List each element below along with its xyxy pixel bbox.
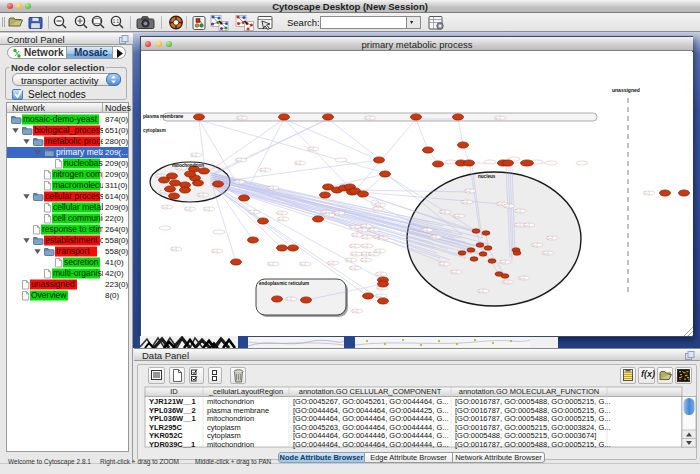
svg-text:[GO:0044464, GO:0044464, GO:00: [GO:0044464, GO:0044464, GO:0044444, G..… — [293, 440, 449, 449]
svg-text:8(0): 8(0) — [105, 291, 120, 300]
svg-text:[----]: [----] — [533, 243, 538, 247]
svg-text:[----]: [----] — [377, 294, 382, 298]
svg-text:[----]: [----] — [269, 186, 274, 190]
svg-text:[----]: [----] — [455, 214, 460, 218]
svg-text:[----]: [----] — [192, 153, 197, 157]
svg-text:[----]: [----] — [362, 252, 367, 256]
svg-text:[----]: [----] — [352, 252, 357, 256]
svg-text:[----]: [----] — [520, 276, 525, 280]
svg-text:209(...: 209(... — [105, 148, 128, 157]
svg-text:[----]: [----] — [496, 116, 501, 120]
svg-text:Overview: Overview — [31, 290, 67, 300]
svg-text:[----]: [----] — [645, 191, 650, 195]
svg-text:42(0): 42(0) — [105, 269, 124, 278]
svg-text:223(0): 223(0) — [105, 280, 128, 289]
svg-text:[GO:0016787, GO:0005488, GO:00: [GO:0016787, GO:0005488, GO:0005215, G..… — [455, 440, 611, 449]
svg-text:annotation.GO CELLULAR_COMPONE: annotation.GO CELLULAR_COMPONENT — [299, 387, 442, 396]
svg-text:[----]: [----] — [238, 116, 243, 120]
svg-text:1:1: 1:1 — [113, 19, 120, 24]
svg-text:874(0): 874(0) — [105, 115, 128, 124]
svg-text:[----]: [----] — [235, 180, 240, 184]
svg-text:[----]: [----] — [269, 262, 274, 266]
svg-text:[----]: [----] — [287, 297, 292, 301]
svg-text:[----]: [----] — [370, 252, 375, 256]
svg-text:plasma membrane: plasma membrane — [143, 114, 184, 119]
svg-text:response to stimul: response to stimul — [42, 224, 111, 234]
svg-text:[----]: [----] — [463, 200, 468, 204]
svg-text:[----]: [----] — [358, 228, 363, 232]
svg-text:311(0): 311(0) — [105, 181, 128, 190]
svg-text:[----]: [----] — [335, 211, 340, 215]
svg-text:cellular metabo: cellular metabo — [53, 202, 111, 212]
svg-text:secretion: secretion — [64, 257, 99, 267]
svg-text:[----]: [----] — [363, 244, 368, 248]
svg-text:[----]: [----] — [505, 204, 510, 208]
svg-text:[----]: [----] — [376, 249, 381, 253]
svg-text:mitochondrion: mitochondrion — [207, 440, 254, 449]
svg-text:[----]: [----] — [479, 289, 484, 293]
svg-text:ID: ID — [170, 387, 178, 396]
svg-text:[----]: [----] — [516, 209, 521, 213]
svg-text:[----]: [----] — [353, 309, 358, 313]
svg-text:[----]: [----] — [440, 262, 445, 266]
svg-text:[----]: [----] — [370, 228, 375, 232]
svg-text:_cellularLayoutRegion: _cellularLayoutRegion — [208, 387, 283, 396]
svg-text:[----]: [----] — [366, 116, 371, 120]
svg-text:[----]: [----] — [374, 207, 379, 211]
svg-text:[----]: [----] — [329, 261, 334, 265]
svg-text:nitrogen compo: nitrogen compo — [53, 169, 112, 179]
svg-text:[----]: [----] — [172, 247, 177, 251]
svg-text:Search:: Search: — [287, 17, 320, 28]
svg-text:unassigned: unassigned — [612, 87, 640, 93]
svg-text:[----]: [----] — [441, 210, 446, 214]
svg-text:[----]: [----] — [363, 235, 368, 239]
svg-text:[----]: [----] — [501, 260, 506, 264]
svg-text:[----]: [----] — [237, 158, 242, 162]
svg-text:metabolic process: metabolic process — [45, 136, 114, 146]
svg-text:[----]: [----] — [504, 280, 509, 284]
svg-text:22(0): 22(0) — [105, 214, 124, 223]
svg-text:[----]: [----] — [353, 233, 358, 237]
svg-text:mitochondrion: mitochondrion — [172, 163, 204, 168]
svg-text:[----]: [----] — [466, 189, 471, 193]
svg-text:[----]: [----] — [279, 217, 284, 221]
svg-text:[----]: [----] — [423, 228, 428, 232]
svg-text:[----]: [----] — [525, 223, 530, 227]
svg-text:[----]: [----] — [379, 236, 384, 240]
svg-text:[----]: [----] — [261, 168, 266, 172]
svg-text:cellular process: cellular process — [45, 191, 104, 201]
svg-text:[----]: [----] — [544, 251, 549, 255]
svg-text:[----]: [----] — [362, 224, 367, 228]
svg-text:614(0): 614(0) — [105, 192, 128, 201]
svg-text:[----]: [----] — [351, 225, 356, 229]
svg-text:cytoplasm: cytoplasm — [143, 128, 166, 133]
svg-text:transport: transport — [56, 246, 90, 256]
svg-text:209(0): 209(0) — [105, 170, 128, 179]
svg-text:[----]: [----] — [432, 235, 437, 239]
svg-text:209(0): 209(0) — [105, 159, 128, 168]
svg-text:[----]: [----] — [278, 211, 283, 215]
svg-text:[----]: [----] — [452, 270, 457, 274]
svg-text:[----]: [----] — [296, 161, 301, 165]
svg-text:41(0): 41(0) — [105, 258, 124, 267]
svg-text:[----]: [----] — [199, 193, 204, 197]
svg-text:[----]: [----] — [301, 262, 306, 266]
svg-text:[----]: [----] — [376, 203, 381, 207]
svg-text:558(0): 558(0) — [105, 236, 128, 245]
svg-text:mosaic-demo-yeast: mosaic-demo-yeast — [23, 114, 98, 124]
svg-text:endoplasmic reticulum: endoplasmic reticulum — [259, 281, 309, 286]
svg-text:[----]: [----] — [548, 236, 553, 240]
svg-text:[----]: [----] — [205, 207, 210, 211]
svg-text:[----]: [----] — [498, 202, 503, 206]
svg-text:[----]: [----] — [377, 272, 382, 276]
svg-text:[----]: [----] — [250, 210, 255, 214]
svg-text:[----]: [----] — [351, 244, 356, 248]
svg-text:558(0): 558(0) — [105, 247, 128, 256]
svg-text:nucleobase-: nucleobase- — [64, 158, 110, 168]
svg-text:biological_process: biological_process — [34, 125, 104, 135]
svg-text:[----]: [----] — [516, 223, 521, 227]
svg-text:[----]: [----] — [362, 258, 367, 262]
svg-text:annotation.GO MOLECULAR_FUNCTI: annotation.GO MOLECULAR_FUNCTION — [459, 387, 599, 396]
svg-text:651(0): 651(0) — [105, 126, 128, 135]
svg-text:[----]: [----] — [309, 147, 314, 151]
